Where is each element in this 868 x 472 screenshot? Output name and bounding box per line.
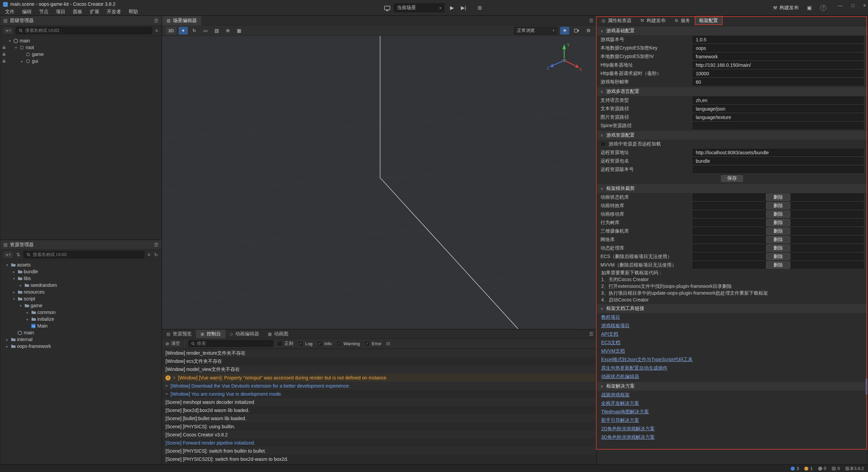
link-API文档[interactable]: API文档 (597, 330, 868, 338)
text-input-游戏每秒帧率[interactable]: 60 (693, 78, 864, 85)
log-row[interactable]: [Scene] [PHYSICS2D]: switch from box2d-w… (162, 455, 596, 463)
checkbox-Info[interactable]: ✓ (317, 341, 322, 346)
collapse-arrow-icon[interactable]: ∨ (600, 133, 603, 138)
assets-search-input[interactable]: 搜索名称或 UUID (23, 251, 144, 258)
link-原生包热更新配置自动生成插件[interactable]: 原生包热更新配置自动生成插件 (597, 364, 868, 372)
expand-chevron-icon[interactable]: > (165, 383, 168, 388)
tree-item-common[interactable]: ▸common (0, 309, 161, 316)
text-input-文本资源路径[interactable]: language/json (693, 105, 864, 112)
log-row[interactable]: [Scene] [PHYSICS]: switch from builtin t… (162, 447, 596, 455)
tab-构建发布[interactable]: ⚒构建发布 (636, 16, 670, 25)
section-header-游戏资源配置[interactable]: ∨游戏资源配置 (597, 131, 868, 140)
tree-item-script[interactable]: ▾script (0, 295, 161, 302)
section-header-游戏基础配置[interactable]: ∨游戏基础配置 (597, 26, 868, 35)
panel-menu-icon[interactable]: ☰ (589, 331, 593, 337)
move-tool-icon[interactable]: + (179, 27, 188, 35)
tab-属性检查器[interactable]: ◎属性检查器 (597, 16, 636, 25)
package-icon[interactable]: ▣ (805, 4, 813, 12)
play-button[interactable]: ▶ (448, 4, 456, 12)
view-mode-select[interactable]: 正常浏览 ▾ (514, 27, 557, 35)
checkbox-Error[interactable]: ✓ (364, 341, 370, 346)
log-row[interactable]: [Scene] meshopt wasm decoder initialized (162, 398, 596, 406)
tree-item-initialize[interactable]: ▸initialize (0, 316, 161, 322)
refresh-icon[interactable]: ↻ (153, 252, 159, 257)
link-3D角色扮演游戏解决方案[interactable]: 3D角色扮演游戏解决方案 (597, 433, 868, 441)
tree-item-libs[interactable]: ▾libs (0, 275, 161, 282)
tab-服务[interactable]: ⚙服务 (670, 16, 695, 25)
link-Excel格式转Json文件与TypeScript代码工具[interactable]: Excel格式转Json文件与TypeScript代码工具 (597, 355, 868, 364)
log-row[interactable]: [Scene] Forward render pipeline initiali… (162, 439, 596, 447)
expand-arrow[interactable]: ▸ (19, 59, 25, 63)
tree-item-main[interactable]: main (0, 329, 161, 336)
tree-item-root[interactable]: ▾root (0, 44, 161, 51)
text-input-支持语言类型[interactable]: zh,en (693, 97, 864, 104)
menu-扩展[interactable]: 扩展 (86, 8, 103, 15)
snap-toggle-icon[interactable]: ▦ (235, 27, 244, 35)
lighting-toggle-icon[interactable]: ☀ (560, 27, 569, 35)
delete-button-ECS（删除后模板项目无法使用）[interactable]: 删除 (766, 253, 790, 260)
log-row[interactable]: [Scene] [bullet]:bullet wasm lib loaded. (162, 414, 596, 422)
delete-button-行为树库[interactable]: 删除 (766, 219, 790, 226)
filter-Log[interactable]: ✓Log (298, 341, 313, 346)
tree-item-main[interactable]: ▾main (0, 37, 161, 44)
hierarchy-search-input[interactable]: 搜索名称或 UUID (16, 27, 152, 34)
checkbox-Log[interactable]: ✓ (298, 341, 303, 346)
collapse-arrow-icon[interactable]: ∨ (600, 90, 603, 94)
expand-arrow[interactable]: ▾ (18, 304, 23, 308)
delete-button-动态处理库[interactable]: 删除 (766, 244, 790, 252)
delete-button-动画移动库[interactable]: 删除 (766, 211, 790, 218)
expand-arrow[interactable]: ▾ (7, 39, 13, 43)
checkbox-正则[interactable] (277, 341, 282, 346)
text-input-游戏版本号[interactable]: 1.0.5 (693, 36, 864, 43)
panel-menu-icon[interactable]: ☰ (154, 18, 158, 23)
tree-item-oops-framework[interactable]: ▸oops-framework (0, 343, 161, 350)
text-input-Http服务器请求超时（毫秒）[interactable]: 10000 (693, 70, 864, 77)
scene-select[interactable]: 当前场景 ▾ (394, 3, 445, 12)
collapse-logs-icon[interactable]: ⊟ (386, 341, 391, 346)
text-input-远程资源包名[interactable]: bundle (693, 157, 864, 164)
error-count[interactable]: 0 (818, 466, 826, 471)
step-frame-button[interactable]: ▶| (459, 4, 468, 12)
section-header-框架文档工具链接[interactable]: ∨框架文档工具链接 (597, 304, 868, 313)
rect-tool-icon[interactable]: ▭ (201, 27, 210, 35)
close-button[interactable]: × (863, 3, 866, 8)
link-2D角色扮演游戏解决方案[interactable]: 2D角色扮演游戏解决方案 (597, 425, 868, 433)
link-ECS文档[interactable]: ECS文档 (597, 338, 868, 347)
expand-arrow[interactable]: ▸ (4, 338, 10, 341)
tree-item-internal[interactable]: ▸internal (0, 336, 161, 343)
expand-arrow[interactable]: ▾ (13, 46, 19, 50)
create-asset-button[interactable]: +▾ (3, 251, 13, 258)
checkbox-游戏中资源是否远程加载[interactable] (600, 141, 606, 146)
expand-chevron-icon[interactable]: > (173, 375, 175, 380)
section-header-框架模块裁剪[interactable]: ∨框架模块裁剪 (597, 184, 868, 193)
camera-icon[interactable] (572, 27, 581, 35)
expand-arrow[interactable]: ▸ (11, 270, 17, 274)
log-row[interactable]: !>[Window] [Vue warn]: Property "onInput… (162, 374, 596, 382)
clear-console-button[interactable]: ⊘ 清空 (165, 340, 180, 347)
maximize-button[interactable]: □ (851, 3, 854, 8)
console-search-input[interactable]: 搜索 (189, 340, 273, 347)
lock-icon[interactable] (2, 59, 6, 63)
section-header-游戏多语言配置[interactable]: ∨游戏多语言配置 (597, 87, 868, 96)
text-input-远程资源版本号[interactable] (693, 166, 864, 173)
filter-icon[interactable]: ≡ (155, 28, 159, 33)
tree-item-assets[interactable]: ▾assets (0, 261, 161, 268)
tree-item-game[interactable]: game (0, 51, 161, 58)
menu-文件[interactable]: 文件 (1, 8, 18, 15)
text-input-Spine资源路径[interactable] (693, 122, 864, 129)
log-row[interactable]: >[Window] Download the Vue Devtools exte… (162, 382, 596, 390)
expand-arrow[interactable]: ▾ (11, 277, 17, 280)
tree-item-game[interactable]: ▾game (0, 302, 161, 309)
panel-menu-icon[interactable]: ☰ (589, 18, 596, 23)
section-header-框架解决方案[interactable]: ∨框架解决方案 (597, 382, 868, 391)
filter-icon[interactable]: ≡ (147, 252, 151, 257)
mode-3d-toggle[interactable]: 3D (165, 27, 177, 35)
link-战旗游戏框架[interactable]: 战旗游戏框架 (597, 391, 868, 399)
info-count[interactable]: 3 (791, 466, 799, 471)
menu-帮助[interactable]: 帮助 (125, 8, 142, 15)
save-button[interactable]: 保存 (721, 175, 744, 182)
build-publish-button[interactable]: ⚒ 构建发布 (773, 5, 799, 11)
preview-target-icon[interactable] (384, 6, 390, 10)
text-input-图片资源路径[interactable]: language/texture (693, 114, 864, 121)
tree-item-Main[interactable]: TSMain (0, 322, 161, 329)
